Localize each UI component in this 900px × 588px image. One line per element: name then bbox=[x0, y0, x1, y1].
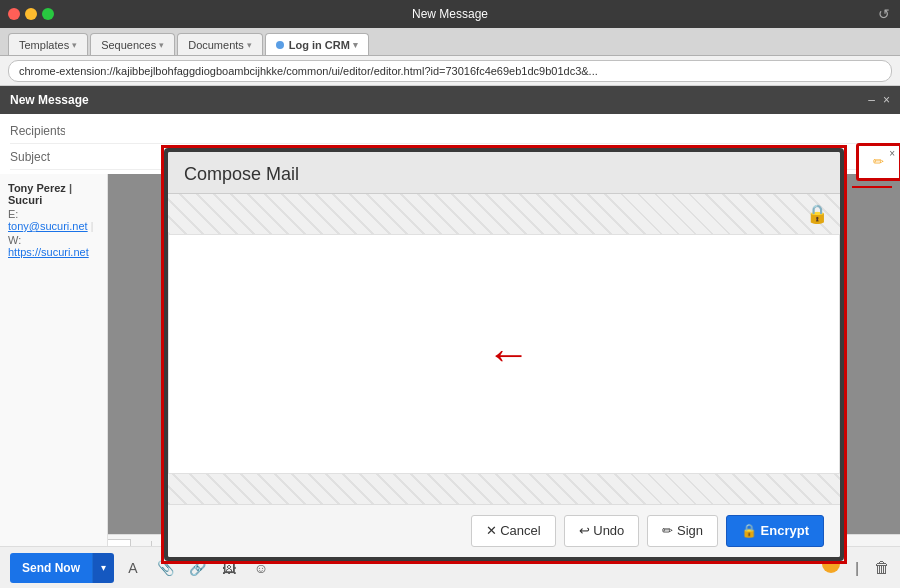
edit-box-close[interactable]: × bbox=[889, 148, 895, 159]
contact-panel: Tony Perez | Sucuri E: tony@sucuri.net |… bbox=[0, 174, 107, 266]
arrow-indicator: ← bbox=[486, 329, 530, 379]
lock-icon: 🔒 bbox=[806, 203, 828, 225]
edit-pencil-icon: ✏ bbox=[873, 154, 884, 169]
maximize-button[interactable] bbox=[42, 8, 54, 20]
compose-wrapper: Compose Mail 🔒 ← bbox=[164, 148, 844, 561]
close-button[interactable] bbox=[8, 8, 20, 20]
left-sidebar: Tony Perez | Sucuri E: tony@sucuri.net |… bbox=[0, 174, 108, 588]
header-controls: – × bbox=[868, 93, 890, 107]
window-title: New Message bbox=[412, 7, 488, 21]
send-button[interactable]: Send Now bbox=[10, 553, 92, 583]
reload-button[interactable]: ↺ bbox=[876, 6, 892, 22]
recipients-row: Recipients bbox=[10, 118, 890, 144]
contact-website-link[interactable]: https://sucuri.net bbox=[8, 246, 89, 258]
tab-templates[interactable]: Templates ▾ bbox=[8, 33, 88, 55]
new-message-title: New Message bbox=[10, 93, 868, 107]
tab-login-crm-label: Log in CRM bbox=[289, 39, 350, 51]
contact-email-field: E: tony@sucuri.net | bbox=[8, 208, 99, 232]
arrow-line bbox=[852, 186, 892, 188]
main-content: Tony Perez | Sucuri E: tony@sucuri.net |… bbox=[0, 174, 900, 534]
compose-modal-inner: Compose Mail 🔒 ← bbox=[168, 152, 840, 557]
compose-header: Compose Mail bbox=[168, 152, 840, 194]
compose-overlay: Compose Mail 🔒 ← bbox=[108, 174, 900, 534]
recipients-input[interactable] bbox=[65, 124, 890, 138]
subject-label: Subject bbox=[10, 150, 65, 164]
tab-sequences-label: Sequences bbox=[101, 39, 156, 51]
contact-name: Tony Perez | Sucuri bbox=[8, 182, 99, 206]
activity-button[interactable]: | bbox=[844, 555, 870, 581]
tab-bar: Templates ▾ Sequences ▾ Documents ▾ Log … bbox=[0, 28, 900, 56]
tab-documents[interactable]: Documents ▾ bbox=[177, 33, 263, 55]
compose-modal: Compose Mail 🔒 ← bbox=[164, 148, 844, 561]
compose-body[interactable]: ← bbox=[168, 234, 840, 474]
close-icon[interactable]: × bbox=[883, 93, 890, 107]
undo-button[interactable]: ↩ Undo bbox=[564, 515, 640, 547]
encrypt-button[interactable]: 🔒 Encrypt bbox=[726, 515, 824, 547]
send-button-group: Send Now ▾ bbox=[10, 553, 114, 583]
address-input[interactable] bbox=[8, 60, 892, 82]
address-bar bbox=[0, 56, 900, 86]
left-arrow-icon: ← bbox=[486, 329, 530, 378]
contact-website-field: W: https://sucuri.net bbox=[8, 234, 99, 258]
tab-sequences[interactable]: Sequences ▾ bbox=[90, 33, 175, 55]
edit-icon-box[interactable]: ✏ × bbox=[856, 143, 900, 181]
compose-footer: ✕ Cancel ↩ Undo ✏ Sign 🔒 Encrypt bbox=[168, 504, 840, 557]
minimize-icon[interactable]: – bbox=[868, 93, 875, 107]
window-controls bbox=[8, 8, 54, 20]
compose-pattern-top: 🔒 bbox=[168, 194, 840, 234]
cancel-button[interactable]: ✕ Cancel bbox=[471, 515, 556, 547]
delete-draft-button[interactable]: 🗑 bbox=[874, 555, 890, 581]
tab-login-crm[interactable]: Log in CRM ▾ bbox=[265, 33, 369, 55]
new-message-header: New Message – × bbox=[0, 86, 900, 114]
text-format-button[interactable]: A bbox=[120, 555, 146, 581]
tab-templates-label: Templates bbox=[19, 39, 69, 51]
sign-button[interactable]: ✏ Sign bbox=[647, 515, 718, 547]
send-dropdown-button[interactable]: ▾ bbox=[92, 553, 114, 583]
minimize-button[interactable] bbox=[25, 8, 37, 20]
tab-documents-label: Documents bbox=[188, 39, 244, 51]
compose-pattern-bottom bbox=[168, 474, 840, 504]
title-bar: New Message ↺ bbox=[0, 0, 900, 28]
recipients-label: Recipients bbox=[10, 124, 65, 138]
contact-email-link[interactable]: tony@sucuri.net bbox=[8, 220, 88, 232]
compose-title: Compose Mail bbox=[184, 164, 824, 185]
app-window: New Message ↺ Templates ▾ Sequences ▾ Do… bbox=[0, 0, 900, 588]
